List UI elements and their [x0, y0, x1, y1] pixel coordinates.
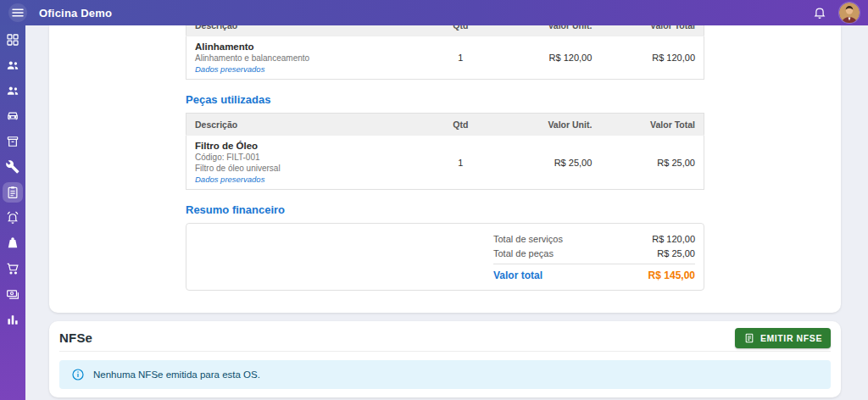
total-value: R$ 145,00 [648, 269, 695, 281]
part-row: Filtro de Óleo Código: FILT-001 Filtro d… [186, 136, 704, 190]
part-note: Dados preservados [195, 174, 416, 185]
service-row: Alinhamento Alinhamento e balanceamento … [186, 36, 704, 80]
col-qtd: Qtd [425, 25, 498, 36]
col-valor-total: Valor Total [600, 25, 704, 36]
user-avatar[interactable] [839, 3, 860, 23]
nfse-header: NFSe EMITIR NFSE [59, 330, 831, 352]
summary-label: Total de peças [493, 248, 554, 258]
part-qty: 1 [425, 136, 498, 190]
bell-alert-icon [5, 210, 20, 225]
sidebar-item-reports[interactable] [3, 309, 23, 330]
banknote-icon [5, 286, 20, 302]
app-title: Oficina Demo [39, 7, 112, 19]
summary-value: R$ 25,00 [657, 248, 695, 258]
sidebar-item-employees[interactable] [3, 81, 23, 101]
services-table: Descrição Qtd Valor Unit. Valor Total Al… [186, 25, 704, 80]
summary-total-row: Valor total R$ 145,00 [493, 268, 695, 282]
sidebar-item-work-orders[interactable] [3, 182, 23, 203]
service-description: Alinhamento e balanceamento [195, 53, 416, 64]
summary-label: Total de serviços [493, 234, 563, 244]
col-descricao: Descrição [186, 25, 425, 36]
dashboard-grid-icon [5, 32, 20, 47]
sidebar-item-purchases[interactable] [3, 258, 23, 279]
summary-row-parts: Total de peças R$ 25,00 [493, 246, 695, 260]
sidebar-item-vehicles[interactable] [3, 106, 23, 126]
scale-weight-icon [5, 236, 20, 251]
sidebar-item-scale[interactable] [3, 233, 23, 253]
col-qtd: Qtd [425, 114, 498, 136]
parts-table: Descrição Qtd Valor Unit. Valor Total Fi… [186, 113, 704, 190]
sidebar-item-services[interactable] [3, 157, 23, 177]
emit-nfse-button[interactable]: EMITIR NFSE [735, 328, 831, 348]
employees-group-icon [5, 83, 20, 98]
summary-section-title: Resumo financeiro [186, 203, 704, 216]
sidebar-item-payments[interactable] [3, 284, 23, 304]
parts-table-header-row: Descrição Qtd Valor Unit. Valor Total [186, 114, 704, 136]
notifications-bell-icon[interactable] [810, 3, 829, 22]
info-icon [71, 368, 85, 381]
main-content: Descrição Qtd Valor Unit. Valor Total Al… [0, 0, 868, 400]
app-bar: Oficina Demo [0, 0, 868, 25]
clients-group-icon [5, 58, 20, 73]
bar-chart-icon [5, 312, 20, 327]
sidebar-item-inventory[interactable] [3, 131, 23, 152]
summary-row-services: Total de serviços R$ 120,00 [493, 231, 695, 246]
col-valor-unit: Valor Unit. [497, 114, 600, 136]
sidebar-item-clients[interactable] [3, 55, 23, 75]
sidebar [0, 25, 25, 400]
car-icon [5, 108, 20, 124]
part-unit-value: R$ 25,00 [497, 136, 600, 190]
shopping-cart-icon [5, 261, 20, 276]
nfse-card: NFSe EMITIR NFSE Nenhuma NFSe emitida pa… [49, 321, 841, 397]
receipt-icon [743, 332, 755, 344]
service-total-value: R$ 120,00 [600, 36, 704, 80]
service-title: Alinhamento [195, 41, 416, 53]
financial-summary-box: Total de serviços R$ 120,00 Total de peç… [186, 223, 704, 291]
part-description: Filtro de óleo universal [195, 163, 416, 174]
summary-value: R$ 120,00 [652, 234, 695, 244]
col-valor-total: Valor Total [600, 114, 704, 136]
nfse-alert-text: Nenhuma NFSe emitida para esta OS. [93, 369, 260, 380]
nfse-empty-alert: Nenhuma NFSe emitida para esta OS. [59, 360, 831, 389]
col-valor-unit: Valor Unit. [497, 25, 600, 36]
services-table-header-row: Descrição Qtd Valor Unit. Valor Total [186, 25, 704, 36]
part-code: Código: FILT-001 [195, 152, 416, 163]
nfse-title: NFSe [59, 331, 92, 345]
archive-box-icon [5, 134, 20, 149]
service-qty: 1 [425, 36, 498, 80]
part-total-value: R$ 25,00 [600, 136, 704, 190]
part-title: Filtro de Óleo [195, 140, 416, 152]
col-descricao: Descrição [186, 114, 425, 136]
parts-section-title: Peças utilizadas [186, 93, 704, 106]
sidebar-item-alerts[interactable] [3, 208, 23, 228]
emit-nfse-label: EMITIR NFSE [760, 333, 822, 343]
order-details-card: Descrição Qtd Valor Unit. Valor Total Al… [49, 25, 841, 313]
summary-divider [493, 264, 695, 264]
service-note: Dados preservados [195, 64, 416, 75]
service-unit-value: R$ 120,00 [497, 36, 600, 80]
wrench-icon [5, 159, 20, 175]
menu-hamburger-icon[interactable] [8, 3, 27, 22]
clipboard-icon [5, 185, 20, 200]
sidebar-item-dashboard[interactable] [3, 30, 23, 50]
total-label: Valor total [493, 269, 542, 281]
